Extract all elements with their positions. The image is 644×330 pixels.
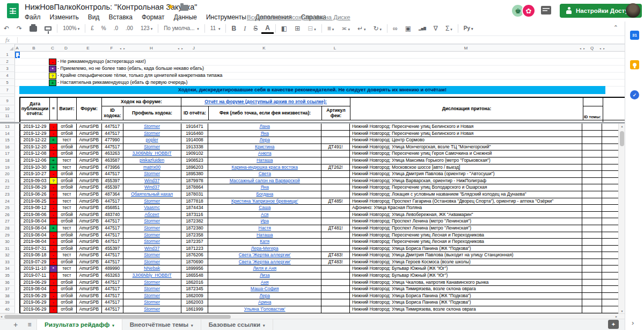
cell-forum[interactable]: AmurSPB: [77, 157, 102, 164]
cell-topic-id[interactable]: [582, 131, 602, 138]
cell-profile-link[interactable]: NNebak: [123, 266, 181, 272]
cell-mark[interactable]: -: [50, 272, 57, 279]
row-header-33[interactable]: 33: [0, 259, 15, 266]
cell-report-id[interactable]: 1879978: [181, 178, 209, 185]
cell-feya-link[interactable]: Лера: [208, 293, 321, 300]
row-header-3[interactable]: 3: [0, 65, 15, 72]
cell-mark[interactable]: -: [50, 218, 57, 225]
cell-location[interactable]: Нижний Новгород: Улица Тимирязева, возле…: [350, 286, 582, 293]
insert-chart-icon[interactable]: ▂▅▇: [415, 23, 430, 34]
comment-history-icon[interactable]: [541, 6, 551, 15]
cell-sku[interactable]: [321, 232, 350, 239]
cell-visit[interactable]: отбой: [57, 293, 77, 300]
row-header-9[interactable]: 9: [0, 97, 15, 105]
cell-walker-id[interactable]: 463263: [102, 272, 123, 279]
cell-location[interactable]: Нижний Новгород: Улица Тимирязева, возле…: [350, 306, 582, 313]
row-header-35[interactable]: 35: [0, 272, 15, 279]
hidden-col-marker-icon[interactable]: ▸: [583, 47, 586, 50]
cell-sku[interactable]: [321, 286, 350, 293]
legend-text-yellow[interactable]: - Крайне спецыфические тёлки, только для…: [57, 72, 222, 79]
cell-report-id[interactable]: 1899956: [181, 266, 209, 272]
cell-topic-id[interactable]: [582, 144, 602, 151]
cell-visit[interactable]: отбой: [57, 246, 77, 253]
fill-color-icon[interactable]: ◧: [277, 23, 291, 34]
cell-forum[interactable]: AmurSPB: [77, 137, 102, 144]
cell-location[interactable]: Нижний Новгород: Локация с условным назв…: [350, 191, 582, 198]
row-header-27[interactable]: 27: [0, 218, 15, 225]
cell-topic-id[interactable]: [582, 198, 602, 205]
cell-location[interactable]: Нижний Новгород: Проспект Гагарина (Оста…: [350, 198, 582, 205]
cell-profile-link[interactable]: Stormer: [123, 239, 181, 246]
cell-sku[interactable]: [321, 137, 350, 144]
cell-location[interactable]: Нижний Новгород: Пересечение улиц Лесная…: [350, 232, 582, 239]
redo-icon[interactable]: ↷: [13, 23, 26, 34]
cell-sku[interactable]: ДТ483!: [321, 259, 350, 266]
cell-sku[interactable]: [321, 306, 350, 313]
cell-date[interactable]: 2019-07-29: [20, 259, 50, 266]
cell-date[interactable]: 2019-06-29: [20, 279, 50, 286]
menu-tools[interactable]: Инструменты: [206, 13, 246, 21]
cell-report-id[interactable]: 1872382: [181, 218, 209, 225]
cell-mark[interactable]: -: [50, 246, 57, 253]
hidden-col-marker-icon[interactable]: ◂: [120, 47, 122, 50]
cell-topic-id[interactable]: [582, 171, 602, 178]
col-M[interactable]: M: [464, 45, 468, 52]
tab-vneotchetnye-temy[interactable]: Внеотчётные темы▾: [122, 319, 201, 330]
cell-sku[interactable]: ДТ481!: [321, 225, 350, 232]
cell-feya-link[interactable]: Ира: [208, 218, 321, 225]
input-tools-button[interactable]: Ру▾: [460, 23, 477, 34]
cell-visit[interactable]: отбой: [57, 306, 77, 313]
cell-location[interactable]: Нижний Новгород: Бульвар Южный (ЖК "Юг"): [350, 266, 582, 272]
cell-mark[interactable]: -: [50, 239, 57, 246]
cell-profile-link[interactable]: Stormer: [123, 299, 181, 306]
cell-forum[interactable]: AmurSPB: [77, 246, 102, 253]
vertical-scrollbar[interactable]: ▴ ▾: [618, 124, 625, 313]
cell-date[interactable]: 2019-08-04: [20, 225, 50, 232]
cell-visit[interactable]: отбой: [57, 279, 77, 286]
cell-sku[interactable]: [321, 131, 350, 138]
row-header-10[interactable]: 10: [0, 105, 15, 113]
header-feya[interactable]: Фея (либо точка, если фея неизвестна):: [209, 106, 322, 120]
cell-forum[interactable]: AmurSPB: [77, 218, 102, 225]
cell-forum[interactable]: AmurSPB: [77, 306, 102, 313]
hidden-col-marker-icon[interactable]: ◂: [599, 47, 602, 50]
cell-date[interactable]: 2019-12-22: [20, 137, 50, 144]
hidden-col-marker-icon[interactable]: ▸: [123, 47, 126, 50]
cell-report-id[interactable]: 1865548: [181, 272, 209, 279]
cell-topic-id[interactable]: [582, 225, 602, 232]
cell-walker-id[interactable]: 447517: [102, 306, 123, 313]
cell-location[interactable]: Нижний Новгород: Центр Сормово: [350, 137, 582, 144]
row-header-25[interactable]: 25: [0, 205, 15, 212]
cell-profile-link[interactable]: matrix00: [123, 164, 181, 171]
menu-insert[interactable]: Вставка: [108, 13, 133, 21]
cell-sku[interactable]: [321, 212, 350, 219]
horizontal-align-icon[interactable]: ≡▾: [324, 23, 338, 34]
header-walker-group[interactable]: Ходок на форуме:: [102, 98, 181, 106]
cell-mark[interactable]: -: [50, 205, 57, 212]
cell-forum[interactable]: AmurSPB: [77, 212, 102, 219]
row-header-4[interactable]: 4: [0, 72, 15, 79]
row-header-19[interactable]: 19: [0, 164, 15, 171]
cell-feya-link[interactable]: Кристина: [208, 144, 321, 151]
tab-bazovye-ssylki[interactable]: Базовые ссылки▾: [201, 319, 273, 330]
cell-date[interactable]: 2019-12-20: [20, 144, 50, 151]
decrease-decimals-button[interactable]: .0: [110, 23, 122, 34]
cell-report-id[interactable]: 1872380: [181, 225, 209, 232]
format-currency-button[interactable]: £: [87, 23, 98, 34]
cell-report-id[interactable]: 1862003: [181, 299, 209, 306]
cell-mark[interactable]: -: [50, 306, 57, 313]
cell-visit[interactable]: тест: [57, 266, 77, 272]
row-header-13[interactable]: 13: [0, 124, 15, 131]
cell-profile-link[interactable]: Stormer: [123, 279, 181, 286]
sheets-logo-icon[interactable]: [7, 3, 19, 18]
cell-forum[interactable]: AmurSPB: [77, 239, 102, 246]
cell-forum[interactable]: AmurSPB: [77, 272, 102, 279]
tasks-icon[interactable]: ✓: [630, 90, 639, 99]
cell-report-id[interactable]: 1913338: [181, 144, 209, 151]
cell-profile-link[interactable]: Stormer: [123, 259, 181, 266]
cell-forum[interactable]: AmurSPB: [77, 150, 102, 157]
cell-forum[interactable]: AmurSPB: [77, 259, 102, 266]
warning-banner[interactable]: Ходоки, дискредитировавшие себя в качест…: [19, 86, 605, 94]
cell-date[interactable]: 2019-09-03: [20, 178, 50, 185]
cell-forum[interactable]: AmurSPB: [77, 191, 102, 198]
